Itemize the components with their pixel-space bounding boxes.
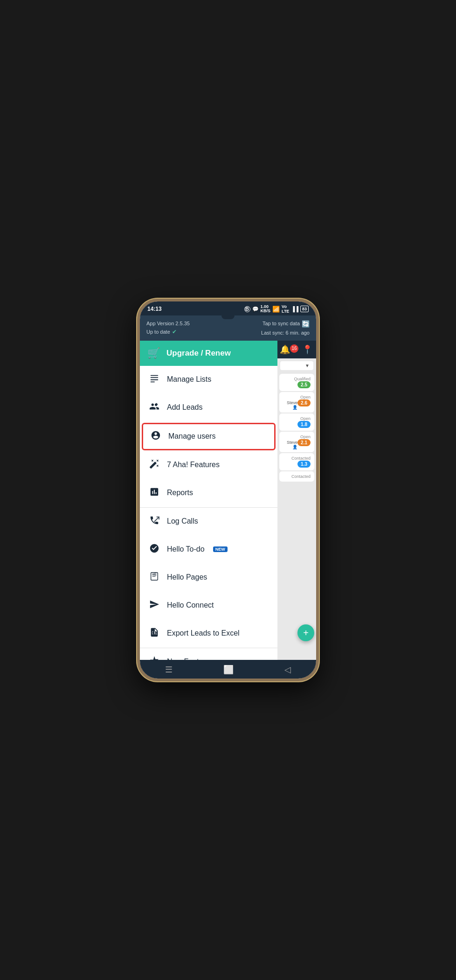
- lead-card-contacted-2[interactable]: Contacted: [279, 471, 314, 482]
- excel-icon: [148, 627, 160, 640]
- lead-status-open-1: Open: [300, 395, 311, 399]
- lead-card-contacted-1-3[interactable]: Contacted 1.3: [279, 453, 314, 470]
- lead-score-2-5: 2.5: [297, 381, 311, 388]
- sidebar-item-new-features[interactable]: NEW New Features: [140, 648, 277, 660]
- add-person-icon: [148, 401, 160, 414]
- sidebar-item-aha-features[interactable]: 7 Aha! Features: [140, 451, 277, 479]
- phone-screen: 14:13 B 💬 1.00KB/S 📶 VoLTE ▐▐ 83 App Ver…: [140, 301, 316, 679]
- phone-frame: 14:13 B 💬 1.00KB/S 📶 VoLTE ▐▐ 83 App Ver…: [137, 299, 319, 681]
- up-to-date: Up to date ✔: [146, 328, 190, 336]
- lead-status-qualified: Qualified: [294, 377, 311, 381]
- speed-indicator: 1.00KB/S: [261, 305, 271, 313]
- lead-status-open-2: Open: [300, 416, 311, 421]
- svg-rect-2: [151, 379, 159, 380]
- lead-status-contacted-1: Contacted: [291, 456, 311, 461]
- battery-indicator: 83: [300, 306, 309, 312]
- msg-icon: 💬: [252, 306, 259, 312]
- lead-card-open-2-1[interactable]: Open 2.1 Steve 👤: [279, 432, 314, 452]
- notification-area[interactable]: 🔔 16: [280, 344, 298, 355]
- log-calls-label: Log Calls: [167, 517, 198, 525]
- lead-card-open-1-8[interactable]: Open 1.8: [279, 413, 314, 431]
- sidebar-item-hello-connect[interactable]: Hello Connect: [140, 592, 277, 620]
- sidebar-item-reports[interactable]: Reports: [140, 479, 277, 507]
- new-features-icon: NEW: [148, 656, 160, 660]
- app-version: App Version 2.5.35: [146, 320, 190, 328]
- sidebar: 🛒 Upgrade / Renew Manage Lists: [140, 341, 277, 660]
- fab-add-button[interactable]: +: [297, 624, 314, 641]
- lead-score-2-1: 2.1: [297, 439, 311, 446]
- bell-icon: 🔔: [280, 344, 290, 355]
- lead-score-1-8: 1.8: [297, 421, 311, 428]
- right-panel: 🔔 16 📍 ▼ Qualified 2: [277, 341, 316, 660]
- sync-bar: App Version 2.5.35 Up to date ✔ Tap to s…: [140, 315, 316, 341]
- lead-person-steve-2: Steve 👤: [283, 440, 297, 449]
- notification-count: 16: [290, 344, 298, 353]
- sidebar-item-manage-users[interactable]: Manage users: [142, 423, 276, 450]
- nav-menu-icon[interactable]: ☰: [165, 665, 173, 675]
- app-version-block: App Version 2.5.35 Up to date ✔: [146, 320, 190, 337]
- notch: [221, 315, 235, 319]
- sidebar-item-hello-pages[interactable]: Hello Pages: [140, 564, 277, 592]
- nav-back-icon[interactable]: ◁: [284, 665, 291, 675]
- lead-card-qualified[interactable]: Qualified 2.5: [279, 374, 314, 391]
- dropdown-arrow-icon: ▼: [305, 363, 310, 368]
- lead-score-2-6: 2.6: [297, 399, 311, 406]
- phone-icon: [148, 515, 160, 528]
- sidebar-item-log-calls[interactable]: Log Calls: [140, 507, 277, 536]
- filter-dropdown[interactable]: ▼: [280, 361, 313, 370]
- checkmark-icon: ✔: [172, 328, 177, 336]
- manage-lists-label: Manage Lists: [167, 375, 211, 384]
- main-area: 🛒 Upgrade / Renew Manage Lists: [140, 341, 316, 660]
- chart-icon: [148, 487, 160, 499]
- cart-icon: 🛒: [147, 347, 160, 359]
- svg-rect-9: [152, 576, 155, 577]
- status-time: 14:13: [147, 306, 162, 312]
- reports-label: Reports: [167, 489, 193, 497]
- new-badge: NEW: [213, 546, 228, 552]
- svg-point-10: [154, 573, 156, 575]
- svg-point-5: [157, 434, 159, 435]
- lte-indicator: VoLTE: [282, 304, 289, 314]
- sidebar-item-export-leads[interactable]: Export Leads to Excel: [140, 620, 277, 648]
- manage-users-label: Manage users: [168, 432, 215, 441]
- tap-sync[interactable]: Tap to sync data 🔄: [263, 319, 310, 329]
- svg-rect-1: [151, 377, 159, 378]
- lead-score-1-3: 1.3: [297, 461, 311, 468]
- list-icon: [148, 373, 160, 386]
- export-leads-label: Export Leads to Excel: [167, 629, 240, 637]
- location-icon: 📍: [302, 344, 312, 355]
- upgrade-banner[interactable]: 🛒 Upgrade / Renew: [140, 341, 277, 366]
- hello-pages-label: Hello Pages: [167, 573, 207, 581]
- nav-bar: ☰ ⬜ ◁: [140, 660, 316, 679]
- aha-features-label: 7 Aha! Features: [167, 461, 220, 469]
- lead-person-steve-1: Steve 👤: [293, 400, 297, 410]
- pages-icon: [148, 571, 160, 584]
- status-icons: B 💬 1.00KB/S 📶 VoLTE ▐▐ 83: [244, 304, 309, 314]
- lead-status-contacted-2: Contacted: [291, 474, 311, 479]
- check-circle-icon: [148, 543, 160, 556]
- lead-status-open-3: Open: [300, 434, 311, 439]
- group-icon: [150, 430, 162, 443]
- last-sync: Last sync: 6 min. ago: [261, 329, 310, 337]
- hello-connect-label: Hello Connect: [167, 601, 214, 609]
- svg-text:NEW: NEW: [152, 659, 159, 660]
- wifi-icon: 📶: [272, 306, 280, 313]
- svg-point-4: [153, 434, 155, 435]
- sync-icon: 🔄: [302, 319, 310, 329]
- right-top-bar: 🔔 16 📍: [277, 341, 316, 358]
- b-icon: B: [244, 306, 250, 312]
- sidebar-item-add-leads[interactable]: Add Leads: [140, 394, 277, 422]
- upgrade-label: Upgrade / Renew: [166, 349, 231, 358]
- svg-rect-3: [151, 381, 155, 382]
- hello-todo-label: Hello To-do: [167, 545, 205, 553]
- svg-rect-0: [151, 375, 159, 376]
- send-icon: [148, 599, 160, 612]
- new-features-label: New Features: [167, 658, 214, 660]
- lead-card-open-2-6[interactable]: Open 2.6 Steve 👤: [279, 392, 314, 413]
- svg-rect-8: [152, 575, 156, 575]
- sidebar-item-hello-todo[interactable]: Hello To-do NEW: [140, 536, 277, 564]
- nav-home-icon[interactable]: ⬜: [223, 665, 234, 675]
- sidebar-item-manage-lists[interactable]: Manage Lists: [140, 366, 277, 394]
- magic-icon: [148, 459, 160, 471]
- signal-icon: ▐▐: [291, 306, 298, 312]
